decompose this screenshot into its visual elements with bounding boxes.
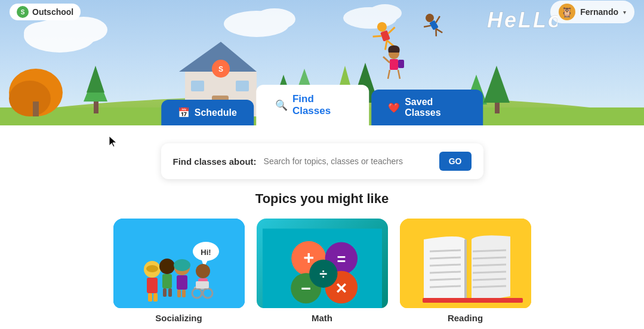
tab-saved-classes[interactable]: ❤️ Saved Classes: [371, 90, 483, 125]
svg-line-98: [430, 279, 461, 280]
main-content: Find classes about: GO Topics you might …: [0, 125, 644, 329]
logo-text: Outschool: [32, 7, 73, 17]
svg-line-100: [473, 250, 506, 251]
svg-rect-55: [398, 60, 404, 68]
svg-rect-36: [495, 103, 500, 113]
svg-rect-50: [390, 59, 398, 70]
svg-line-105: [473, 286, 506, 287]
svg-marker-107: [109, 136, 116, 147]
reading-image: [400, 219, 531, 308]
svg-text:HeLLo: HeLLo: [487, 8, 557, 32]
svg-text:✕: ✕: [335, 280, 347, 297]
svg-rect-65: [153, 293, 158, 302]
search-label: Find classes about:: [173, 156, 257, 167]
header-banner: S: [0, 0, 644, 125]
svg-point-63: [146, 265, 158, 272]
svg-line-97: [430, 272, 461, 273]
logo-icon: S: [17, 6, 29, 18]
svg-text:=: =: [337, 251, 346, 267]
svg-rect-73: [177, 290, 181, 297]
svg-point-71: [174, 259, 190, 271]
svg-text:Hi!: Hi!: [201, 248, 211, 257]
svg-point-75: [196, 264, 210, 278]
saved-icon: ❤️: [388, 102, 400, 113]
schedule-icon: 📅: [178, 107, 190, 118]
svg-line-94: [430, 250, 461, 251]
svg-rect-62: [147, 278, 158, 293]
svg-text:÷: ÷: [319, 266, 327, 282]
topic-card-reading[interactable]: Reading: [400, 219, 531, 323]
svg-line-99: [430, 286, 461, 287]
logo[interactable]: S Outschool: [10, 4, 81, 20]
svg-line-102: [473, 265, 506, 266]
tab-find-classes[interactable]: 🔍 Find Classes: [256, 85, 369, 125]
topics-title: Topics you might like: [255, 191, 389, 207]
tab-schedule[interactable]: 📅 Schedule: [161, 100, 254, 125]
user-menu[interactable]: 🦉 Fernando ▾: [550, 1, 634, 23]
svg-rect-67: [162, 274, 172, 288]
svg-line-103: [473, 272, 506, 273]
topics-grid: Hi!: [78, 219, 567, 323]
svg-text:S: S: [218, 65, 223, 73]
svg-text:−: −: [301, 279, 311, 298]
svg-line-96: [430, 265, 461, 266]
tab-find-label: Find Classes: [292, 93, 350, 117]
topic-card-social[interactable]: Hi!: [113, 219, 245, 323]
svg-line-104: [473, 279, 506, 280]
svg-rect-72: [177, 275, 187, 290]
svg-rect-74: [182, 290, 186, 297]
chevron-down-icon: ▾: [623, 9, 626, 16]
search-container: Find classes about: GO: [161, 143, 483, 179]
hello-text: HeLLo: [486, 6, 557, 35]
svg-line-101: [473, 257, 506, 259]
reading-label: Reading: [448, 313, 483, 323]
svg-rect-64: [148, 293, 152, 302]
go-button[interactable]: GO: [439, 152, 472, 171]
svg-point-12: [9, 81, 51, 116]
svg-rect-68: [163, 288, 167, 297]
topic-card-math[interactable]: + = − ✕ ÷: [257, 219, 388, 323]
social-label: Socializing: [155, 313, 202, 323]
svg-point-5: [24, 22, 60, 44]
svg-rect-106: [423, 298, 523, 303]
tab-saved-label: Saved Classes: [405, 97, 466, 118]
svg-rect-16: [94, 102, 98, 113]
avatar: 🦉: [559, 4, 575, 20]
svg-point-66: [159, 259, 175, 274]
svg-rect-13: [33, 102, 39, 116]
svg-rect-69: [168, 288, 172, 297]
find-icon: 🔍: [275, 99, 288, 112]
svg-line-95: [430, 257, 461, 259]
tab-schedule-label: Schedule: [195, 107, 237, 118]
math-image: + = − ✕ ÷: [257, 219, 388, 308]
svg-rect-80: [196, 281, 209, 288]
search-input[interactable]: [264, 156, 432, 166]
math-label: Math: [312, 313, 332, 323]
social-image: Hi!: [113, 219, 245, 308]
svg-rect-93: [464, 239, 467, 299]
cursor: [109, 136, 116, 147]
tab-navigation: 📅 Schedule 🔍 Find Classes ❤️ Saved Class…: [161, 85, 483, 125]
topics-section: Topics you might like Hi!: [0, 179, 644, 323]
user-name: Fernando: [580, 7, 618, 17]
